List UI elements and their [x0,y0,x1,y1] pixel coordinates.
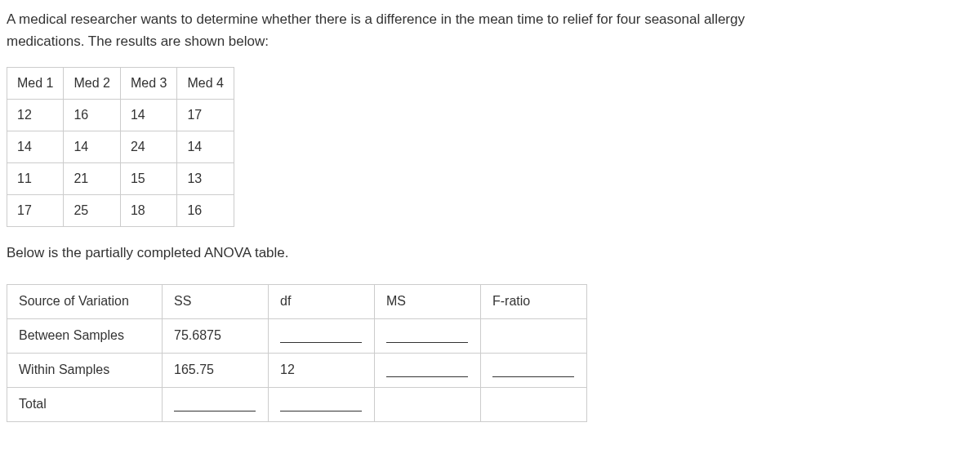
anova-header-ms: MS [375,284,481,318]
blank-field [280,400,362,411]
anova-row-between: Between Samples 75.6875 [7,318,587,353]
anova-header-ss: SS [163,284,269,318]
data-cell: 14 [7,131,64,163]
data-cell: 14 [120,100,176,131]
anova-df-blank [269,387,375,421]
anova-row-within: Within Samples 165.75 12 [7,353,587,387]
intro-line-2: medications. The results are shown below… [7,33,269,49]
data-cell: 14 [64,131,120,163]
table-row: 12 16 14 17 [7,100,234,131]
data-cell: 11 [7,163,64,195]
anova-label: Within Samples [7,353,163,387]
blank-field [280,331,362,343]
data-cell: 24 [120,131,176,163]
data-cell: 15 [120,163,176,195]
anova-ss: 165.75 [163,353,269,387]
blank-field [386,331,468,343]
anova-ms-blank [375,353,481,387]
header-med3: Med 3 [120,68,176,100]
data-cell: 21 [64,163,120,195]
anova-f [481,387,587,421]
blank-field [386,366,468,377]
anova-f-blank [481,353,587,387]
anova-label: Between Samples [7,318,163,353]
intro-line-1: A medical researcher wants to determine … [7,11,745,27]
header-med2: Med 2 [64,68,120,100]
medication-data-table: Med 1 Med 2 Med 3 Med 4 12 16 14 17 14 1… [7,67,234,227]
data-cell: 14 [177,131,234,163]
data-cell: 17 [177,100,234,131]
anova-row-total: Total [7,387,587,421]
data-cell: 16 [64,100,120,131]
anova-table: Source of Variation SS df MS F-ratio Bet… [7,284,587,422]
anova-ss: 75.6875 [163,318,269,353]
anova-ss-blank [163,387,269,421]
header-med4: Med 4 [177,68,234,100]
table-row: 14 14 24 14 [7,131,234,163]
blank-field [174,400,256,411]
anova-ms [375,387,481,421]
table-row: 11 21 15 13 [7,163,234,195]
problem-statement: A medical researcher wants to determine … [7,8,973,52]
data-cell: 13 [177,163,234,195]
data-cell: 16 [177,195,234,227]
anova-ms-blank [375,318,481,353]
blank-field [492,366,574,377]
table-row: 17 25 18 16 [7,195,234,227]
anova-header-df: df [269,284,375,318]
table-header-row: Med 1 Med 2 Med 3 Med 4 [7,68,234,100]
anova-df: 12 [269,353,375,387]
anova-header-row: Source of Variation SS df MS F-ratio [7,284,587,318]
header-med1: Med 1 [7,68,64,100]
data-cell: 18 [120,195,176,227]
data-cell: 12 [7,100,64,131]
anova-f [481,318,587,353]
anova-df-blank [269,318,375,353]
data-cell: 25 [64,195,120,227]
data-cell: 17 [7,195,64,227]
anova-label: Total [7,387,163,421]
anova-header-f: F-ratio [481,284,587,318]
anova-intro-text: Below is the partially completed ANOVA t… [7,242,973,264]
anova-header-source: Source of Variation [7,284,163,318]
